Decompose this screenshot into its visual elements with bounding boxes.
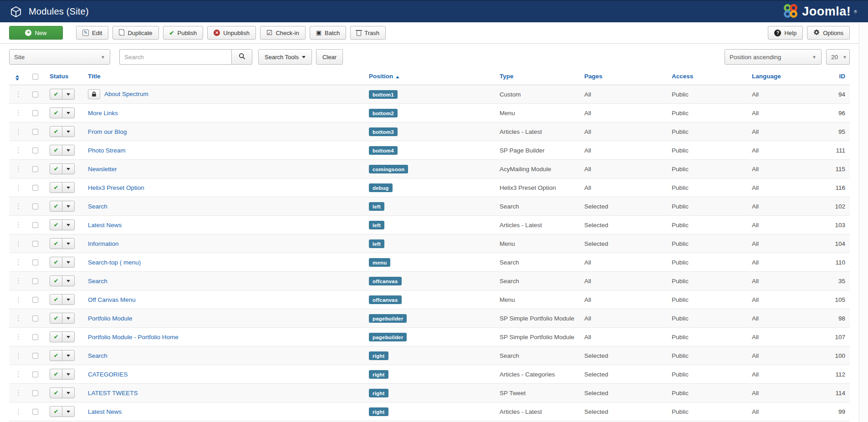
status-dropdown-button[interactable] [62, 201, 75, 212]
drag-handle-icon[interactable]: ⋮ [11, 277, 21, 285]
status-published-button[interactable]: ✔ [50, 219, 62, 230]
drag-handle-icon[interactable]: ⋮ [11, 146, 21, 154]
status-dropdown-button[interactable] [62, 257, 75, 268]
status-dropdown-button[interactable] [62, 145, 75, 156]
row-checkbox[interactable] [32, 390, 38, 396]
module-title-link[interactable]: Latest News [88, 222, 122, 229]
status-published-button[interactable]: ✔ [50, 163, 62, 174]
vertical-scrollbar[interactable] [859, 23, 868, 422]
status-dropdown-button[interactable] [62, 275, 75, 286]
status-dropdown-button[interactable] [62, 89, 75, 100]
help-button[interactable]: ? Help [768, 26, 803, 40]
module-title-link[interactable]: Off Canvas Menu [88, 296, 136, 303]
row-checkbox[interactable] [32, 129, 38, 135]
lock-icon[interactable] [88, 89, 100, 99]
status-dropdown-button[interactable] [62, 350, 75, 361]
search-submit-button[interactable] [231, 49, 252, 65]
new-button[interactable]: + New [9, 26, 63, 40]
status-dropdown-button[interactable] [62, 238, 75, 249]
row-checkbox[interactable] [32, 409, 38, 415]
client-select[interactable]: Site▼ [9, 49, 110, 65]
edit-button[interactable]: ✎ Edit [76, 26, 108, 40]
status-published-button[interactable]: ✔ [50, 350, 62, 361]
status-published-button[interactable]: ✔ [50, 201, 62, 212]
clear-button[interactable]: Clear [316, 49, 343, 65]
column-header-position[interactable]: Position [367, 67, 497, 85]
module-title-link[interactable]: Search [88, 278, 107, 285]
row-checkbox[interactable] [32, 278, 38, 284]
row-checkbox[interactable] [32, 203, 38, 209]
drag-handle-icon[interactable]: ⋮ [11, 183, 21, 192]
status-dropdown-button[interactable] [62, 107, 75, 118]
row-checkbox[interactable] [32, 147, 38, 153]
status-dropdown-button[interactable] [62, 406, 75, 417]
list-limit-select[interactable]: 20▼ [826, 49, 850, 65]
status-dropdown-button[interactable] [62, 219, 75, 230]
column-header-title[interactable]: Title [86, 67, 367, 85]
status-published-button[interactable]: ✔ [50, 387, 62, 398]
sort-order-select[interactable]: Position ascending▼ [725, 49, 822, 65]
status-published-button[interactable]: ✔ [50, 331, 62, 342]
module-title-link[interactable]: Photo Stream [88, 147, 126, 154]
module-title-link[interactable]: CATEGORIES [88, 371, 128, 378]
drag-handle-icon[interactable]: ⋮ [11, 202, 21, 210]
module-title-link[interactable]: Portfolio Module [88, 315, 133, 322]
status-published-button[interactable]: ✔ [50, 89, 62, 100]
column-header-access[interactable]: Access [669, 67, 750, 85]
status-published-button[interactable]: ✔ [50, 145, 62, 156]
module-title-link[interactable]: Portfolio Module - Portfolio Home [88, 334, 179, 341]
module-title-link[interactable]: From our Blog [88, 128, 127, 135]
status-dropdown-button[interactable] [62, 163, 75, 174]
drag-handle-icon[interactable]: ⋮ [11, 351, 21, 360]
row-checkbox[interactable] [32, 222, 38, 228]
module-title-link[interactable]: LATEST TWEETS [88, 390, 138, 397]
status-dropdown-button[interactable] [62, 387, 75, 398]
status-dropdown-button[interactable] [62, 313, 75, 324]
checkin-button[interactable]: ☑ Check-in [260, 26, 306, 40]
status-dropdown-button[interactable] [62, 182, 75, 193]
column-header-type[interactable]: Type [497, 67, 582, 85]
status-published-button[interactable]: ✔ [50, 294, 62, 305]
drag-handle-icon[interactable]: ⋮ [11, 127, 21, 136]
search-input[interactable] [119, 49, 231, 65]
row-checkbox[interactable] [32, 185, 38, 191]
row-checkbox[interactable] [32, 334, 38, 340]
module-title-link[interactable]: About Spectrum [104, 91, 148, 97]
row-checkbox[interactable] [32, 241, 38, 247]
options-button[interactable]: Options [807, 26, 850, 40]
row-checkbox[interactable] [32, 371, 38, 377]
drag-handle-icon[interactable]: ⋮ [11, 221, 21, 229]
column-header-language[interactable]: Language [750, 67, 822, 85]
drag-handle-icon[interactable]: ⋮ [11, 407, 21, 416]
drag-handle-icon[interactable]: ⋮ [11, 258, 21, 266]
module-title-link[interactable]: Search [88, 352, 107, 359]
status-dropdown-button[interactable] [62, 294, 75, 305]
drag-handle-icon[interactable]: ⋮ [11, 90, 21, 98]
row-checkbox[interactable] [32, 110, 38, 116]
publish-button[interactable]: ✔ Publish [163, 26, 204, 40]
status-published-button[interactable]: ✔ [50, 369, 62, 380]
trash-button[interactable]: Trash [350, 26, 386, 40]
drag-handle-icon[interactable]: ⋮ [11, 239, 21, 248]
column-header-status[interactable]: Status [47, 67, 86, 85]
column-header-pages[interactable]: Pages [582, 67, 669, 85]
status-published-button[interactable]: ✔ [50, 126, 62, 137]
search-tools-button[interactable]: Search Tools [258, 49, 312, 65]
row-checkbox[interactable] [32, 315, 38, 321]
drag-handle-icon[interactable]: ⋮ [11, 314, 21, 322]
status-dropdown-button[interactable] [62, 331, 75, 342]
column-header-id[interactable]: ID [822, 67, 850, 85]
row-checkbox[interactable] [32, 92, 38, 97]
drag-handle-icon[interactable]: ⋮ [11, 370, 21, 378]
row-checkbox[interactable] [32, 297, 38, 303]
drag-handle-icon[interactable]: ⋮ [11, 389, 21, 397]
module-title-link[interactable]: Search [88, 203, 107, 210]
status-published-button[interactable]: ✔ [50, 257, 62, 268]
status-dropdown-button[interactable] [62, 369, 75, 380]
module-title-link[interactable]: More Links [88, 110, 118, 117]
status-published-button[interactable]: ✔ [50, 238, 62, 249]
ordering-sort-button[interactable] [11, 75, 19, 81]
row-checkbox[interactable] [32, 166, 38, 172]
unpublish-button[interactable]: ✕ Unpublish [207, 26, 256, 40]
drag-handle-icon[interactable]: ⋮ [11, 165, 21, 173]
